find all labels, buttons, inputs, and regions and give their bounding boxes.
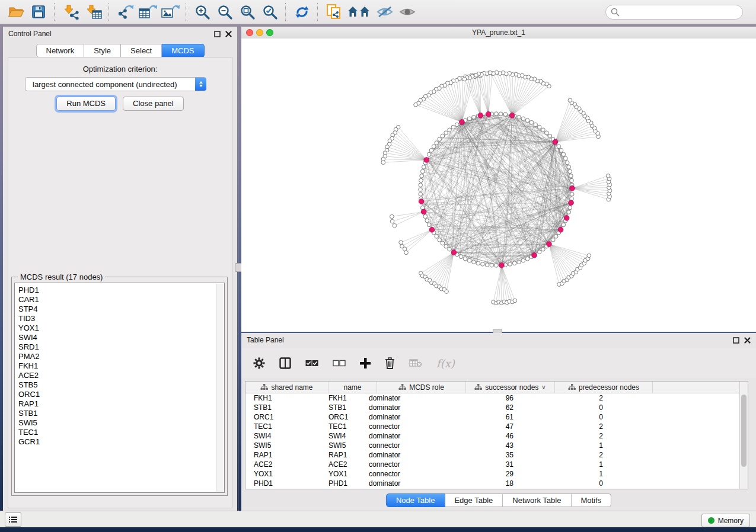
graph-node[interactable] (567, 210, 571, 214)
graph-node[interactable] (548, 134, 552, 138)
graph-node[interactable] (517, 115, 521, 119)
tab-network[interactable]: Network (36, 44, 84, 57)
table-scrollbar[interactable] (739, 382, 748, 489)
graph-node[interactable] (541, 128, 546, 132)
export-network-icon[interactable] (115, 3, 135, 21)
graph-node[interactable] (512, 261, 516, 265)
mcds-result-item[interactable]: TEC1 (15, 428, 224, 437)
search-input[interactable] (620, 8, 742, 17)
graph-node[interactable] (438, 238, 442, 242)
graph-node[interactable] (423, 214, 428, 219)
graph-node[interactable] (570, 192, 574, 196)
delete-column-icon[interactable] (385, 357, 395, 369)
graph-node[interactable] (568, 206, 572, 210)
mcds-result-item[interactable]: ACE2 (15, 371, 224, 380)
graph-node[interactable] (435, 235, 439, 239)
graph-node[interactable] (441, 134, 445, 138)
graph-node[interactable] (467, 258, 471, 262)
mcds-result-item[interactable]: PHD1 (15, 286, 224, 295)
import-network-icon[interactable] (60, 3, 81, 21)
graph-node[interactable] (463, 257, 467, 261)
graph-node[interactable] (420, 169, 425, 174)
table-row[interactable]: TEC1TEC1connector472 (245, 422, 748, 431)
mcds-hub-node[interactable] (460, 120, 465, 125)
table-row[interactable]: FKH1FKH1dominator962 (245, 393, 748, 403)
graph-node[interactable] (525, 257, 529, 261)
graph-node[interactable] (435, 141, 439, 145)
graph-node[interactable] (529, 120, 534, 124)
graph-node[interactable] (559, 148, 563, 152)
table-options-icon[interactable] (253, 357, 265, 369)
graph-node[interactable] (495, 264, 499, 268)
graph-node[interactable] (393, 223, 397, 227)
graph-node[interactable] (459, 255, 463, 259)
graph-node[interactable] (422, 165, 426, 169)
hide-selected-icon[interactable] (375, 3, 395, 21)
zoom-fit-icon[interactable] (237, 3, 257, 21)
mcds-hub-node[interactable] (419, 199, 424, 204)
mcds-result-item[interactable]: PMA2 (15, 352, 224, 361)
open-session-icon[interactable] (6, 3, 26, 21)
close-table-panel-icon[interactable] (744, 337, 751, 344)
table-row[interactable]: YOX1YOX1connector291 (245, 469, 748, 479)
mcds-hub-node[interactable] (570, 185, 575, 191)
graph-node[interactable] (425, 219, 429, 223)
mcds-result-item[interactable]: STP4 (15, 305, 224, 314)
graph-node[interactable] (438, 137, 442, 142)
mcds-hub-node[interactable] (547, 242, 552, 247)
mcds-hub-node[interactable] (451, 250, 457, 255)
graph-node[interactable] (419, 178, 423, 182)
graph-node[interactable] (448, 247, 452, 251)
graph-node[interactable] (565, 161, 569, 165)
graph-node[interactable] (444, 131, 448, 135)
result-list-scrollbar[interactable] (216, 284, 224, 492)
export-image-icon[interactable] (160, 3, 180, 21)
graph-node[interactable] (419, 188, 423, 192)
mcds-result-item[interactable]: SWI5 (15, 418, 224, 428)
task-history-button[interactable] (5, 512, 21, 527)
graph-node[interactable] (403, 247, 407, 251)
graph-node[interactable] (390, 219, 394, 223)
table-row[interactable]: SWI4SWI4dominator462 (245, 431, 748, 441)
graph-node[interactable] (541, 247, 546, 251)
graph-node[interactable] (476, 261, 480, 265)
mcds-hub-node[interactable] (486, 111, 491, 117)
mcds-hub-node[interactable] (499, 262, 505, 268)
refresh-layout-icon[interactable] (292, 3, 312, 21)
mcds-result-item[interactable]: RAP1 (15, 399, 224, 409)
graph-node[interactable] (537, 125, 541, 129)
graph-node[interactable] (414, 102, 418, 107)
graph-node[interactable] (427, 152, 431, 156)
graph-node[interactable] (399, 241, 403, 245)
graph-node[interactable] (390, 214, 394, 219)
export-table-icon[interactable] (138, 3, 158, 21)
graph-node[interactable] (488, 70, 492, 75)
graph-node[interactable] (568, 98, 572, 102)
tab-style[interactable]: Style (84, 44, 121, 57)
graph-node[interactable] (429, 148, 433, 152)
graph-node[interactable] (521, 117, 525, 121)
graph-node[interactable] (521, 258, 525, 262)
graph-node[interactable] (472, 260, 476, 264)
table-row[interactable]: STB1STB1dominator620 (245, 403, 748, 412)
graph-node[interactable] (525, 118, 529, 123)
tab-edge-table[interactable]: Edge Table (445, 493, 503, 507)
graph-node[interactable] (503, 113, 508, 117)
table-row[interactable]: PHD1PHD1dominator180 (245, 479, 748, 488)
graph-node[interactable] (517, 260, 521, 264)
graph-node[interactable] (467, 117, 471, 121)
graph-node[interactable] (557, 145, 561, 149)
graph-node[interactable] (562, 152, 566, 156)
mcds-result-item[interactable]: STB1 (15, 409, 224, 418)
run-mcds-button[interactable]: Run MCDS (56, 97, 116, 111)
tab-mcds[interactable]: MCDS (162, 44, 204, 57)
select-all-check-icon[interactable] (305, 360, 318, 367)
graph-node[interactable] (545, 131, 549, 135)
graph-node[interactable] (420, 174, 424, 178)
graph-node[interactable] (499, 112, 503, 116)
column-header-MCDS-role[interactable]: MCDS role (377, 382, 466, 393)
column-header-predecessor-nodes[interactable]: predecessor nodes (555, 382, 653, 393)
float-panel-icon[interactable] (214, 31, 221, 37)
mcds-hub-node[interactable] (478, 113, 483, 118)
save-session-icon[interactable] (28, 3, 49, 21)
